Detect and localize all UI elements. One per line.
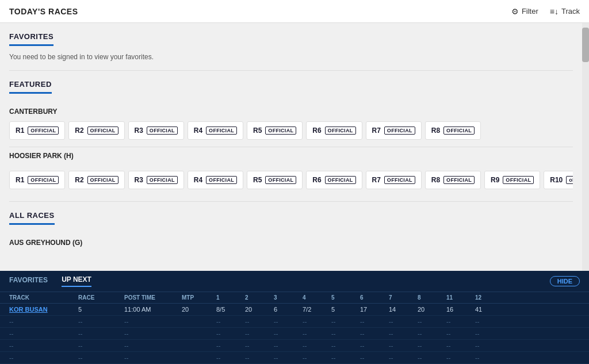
c1-cell: 8/5: [216, 306, 245, 313]
col-1: 1: [216, 294, 245, 301]
dash-cell: --: [245, 330, 274, 337]
col-track: TRACK: [9, 294, 78, 301]
c3-cell: 6: [274, 306, 303, 313]
dash-cell: --: [274, 330, 303, 337]
dash-cell: --: [124, 318, 182, 325]
race-card[interactable]: R5 OFFICIAL: [247, 121, 303, 140]
race-num: R2: [75, 176, 83, 184]
race-card-r10[interactable]: R10 oFFICIAL: [544, 171, 573, 189]
dash-cell: --: [475, 354, 504, 361]
race-num: R8: [431, 176, 440, 184]
race-card[interactable]: R4 OFFICIAL: [188, 171, 243, 189]
track-button[interactable]: ≡↓ Track: [550, 7, 580, 16]
c9-cell: 16: [446, 306, 475, 313]
dash-cell: --: [124, 330, 182, 337]
dash-cell: --: [389, 318, 418, 325]
c2-cell: 20: [245, 306, 274, 313]
race-num: R7: [372, 176, 381, 184]
page-title: TODAY'S RACES: [9, 7, 78, 16]
hoosier-race-row: R1 OFFICIAL R2 OFFICIAL R3 OFFICIAL R4 O…: [9, 166, 573, 194]
dash-cell: --: [78, 342, 124, 349]
race-num: R2: [75, 127, 83, 135]
aus-greyhound-name: AUS GREYHOUND (G): [9, 239, 573, 247]
dash-cell: --: [418, 342, 446, 349]
col-12: 12: [475, 294, 504, 301]
race-num: R1: [16, 127, 24, 135]
table-row: -- -- -- -- -- -- -- -- -- -- -- -- --: [0, 328, 589, 340]
c5-cell: 5: [331, 306, 360, 313]
c7-cell: 14: [389, 306, 418, 313]
dash-cell: --: [331, 342, 360, 349]
race-card[interactable]: R1 OFFICIAL: [9, 121, 65, 140]
dash-cell: --: [216, 354, 245, 361]
race-num: R4: [194, 176, 202, 184]
canterbury-name: CANTERBURY: [9, 108, 573, 116]
race-num: R1: [16, 176, 24, 184]
bottom-panel: FAVORITES UP NEXT HIDE TRACK RACE POST T…: [0, 271, 589, 364]
dash-cell: --: [303, 354, 331, 361]
scrollbar-thumb[interactable]: [582, 28, 589, 62]
race-card[interactable]: R4 OFFICIAL: [188, 121, 243, 140]
official-badge: OFFICIAL: [147, 127, 178, 135]
race-card[interactable]: R7 OFFICIAL: [366, 171, 422, 189]
dash-cell: --: [389, 342, 418, 349]
race-card[interactable]: R8 OFFICIAL: [425, 121, 481, 140]
race-card[interactable]: R2 OFFICIAL: [68, 121, 124, 140]
dash-cell: --: [245, 318, 274, 325]
dash-cell: --: [446, 342, 475, 349]
dash-cell: --: [446, 354, 475, 361]
dash-cell: --: [245, 354, 274, 361]
race-cell: 5: [78, 306, 124, 313]
table-row: -- -- -- -- -- -- -- -- -- -- -- -- --: [0, 316, 589, 328]
race-num: R5: [253, 127, 262, 135]
official-badge: OFFICIAL: [325, 176, 356, 184]
favorites-message: You need to be signed in to view your fa…: [9, 51, 573, 66]
dash-cell: --: [475, 330, 504, 337]
col-5: 5: [331, 294, 360, 301]
hide-button[interactable]: HIDE: [550, 276, 580, 286]
official-badge: OFFICIAL: [384, 176, 415, 184]
dash-cell: --: [245, 342, 274, 349]
dash-cell: --: [360, 354, 389, 361]
dash-cell: --: [331, 354, 360, 361]
dash-cell: --: [303, 330, 331, 337]
dash-cell: --: [360, 330, 389, 337]
race-card[interactable]: R5 OFFICIAL: [247, 171, 303, 189]
race-num: R3: [135, 127, 143, 135]
race-card[interactable]: R3 OFFICIAL: [128, 171, 184, 189]
race-card[interactable]: R6 OFFICIAL: [306, 171, 362, 189]
filter-button[interactable]: ⚙ Filter: [511, 7, 538, 16]
favorites-heading: FAVORITES: [9, 32, 53, 46]
col-6: 6: [360, 294, 389, 301]
official-badge: OFFICIAL: [443, 127, 475, 135]
race-card[interactable]: R1 OFFICIAL: [9, 171, 65, 189]
race-card[interactable]: R6 OFFICIAL: [306, 121, 362, 140]
canterbury-race-row: R1 OFFICIAL R2 OFFICIAL R3 OFFICIAL R4 O…: [9, 121, 573, 140]
dash-cell: --: [389, 330, 418, 337]
tab-favorites[interactable]: FAVORITES: [9, 276, 48, 286]
official-badge: OFFICIAL: [28, 127, 59, 135]
app-container: TODAY'S RACES ⚙ Filter ≡↓ Track FAVORITE…: [0, 0, 589, 364]
race-card[interactable]: R9 OFFICIAL: [484, 171, 540, 189]
dash-cell: --: [475, 318, 504, 325]
featured-heading: FEATURED: [9, 80, 52, 94]
official-badge: OFFICIAL: [147, 176, 178, 184]
dash-cell: --: [389, 354, 418, 361]
tab-up-next[interactable]: UP NEXT: [62, 275, 91, 287]
scroll-area[interactable]: FAVORITES You need to be signed in to vi…: [0, 23, 582, 271]
dash-cell: --: [9, 354, 78, 361]
main-content: FAVORITES You need to be signed in to vi…: [0, 23, 589, 271]
col-race: RACE: [78, 294, 124, 301]
race-card[interactable]: R8 OFFICIAL: [425, 171, 481, 189]
scrollbar-track[interactable]: [582, 23, 589, 271]
dash-cell: --: [216, 318, 245, 325]
race-card[interactable]: R2 OFFICIAL: [68, 171, 124, 189]
race-card[interactable]: R3 OFFICIAL: [128, 121, 184, 140]
official-badge: OFFICIAL: [325, 127, 356, 135]
dash-cell: --: [274, 342, 303, 349]
track-link[interactable]: KOR BUSAN: [9, 306, 78, 313]
c6-cell: 17: [360, 306, 389, 313]
dash-cell: --: [9, 342, 78, 349]
race-card[interactable]: R7 OFFICIAL: [366, 121, 422, 140]
official-badge: OFFICIAL: [28, 176, 59, 184]
